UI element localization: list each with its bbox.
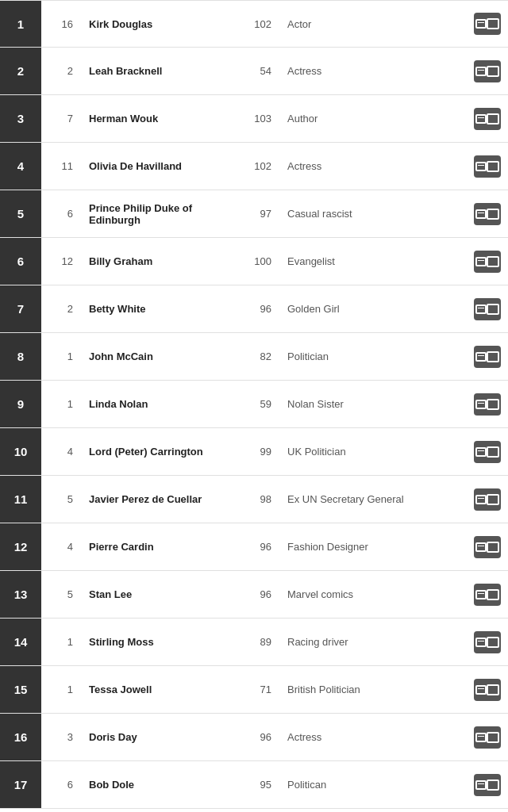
name-cell: Linda Nolan <box>81 392 240 416</box>
desc-cell: Nolan Sister <box>279 392 467 416</box>
main-table: 1 16 Kirk Douglas 102 Actor 2 2 Leah Bra… <box>0 0 508 809</box>
rank-cell: 8 <box>0 333 41 380</box>
edit-icon <box>475 67 487 76</box>
table-row: 12 4 Pierre Cardin 96 Fashion Designer <box>0 523 508 571</box>
table-row: 1 16 Kirk Douglas 102 Actor <box>0 0 508 48</box>
rank-cell: 11 <box>0 476 41 523</box>
num-cell: 11 <box>41 160 81 172</box>
table-row: 13 5 Stan Lee 96 Marvel comics <box>0 571 508 619</box>
desc-cell: Actress <box>279 154 467 178</box>
rank-cell: 15 <box>0 666 41 713</box>
name-cell: John McCain <box>81 344 240 369</box>
action-cell <box>467 295 508 324</box>
rank-cell: 6 <box>0 238 41 285</box>
edit-button[interactable] <box>474 584 501 606</box>
name-cell: Kirk Douglas <box>81 12 240 36</box>
edit-icon <box>475 733 487 742</box>
rank-cell: 1 <box>0 1 41 47</box>
table-row: 14 1 Stirling Moss 89 Racing driver <box>0 619 508 666</box>
rank-cell: 16 <box>0 714 41 760</box>
edit-button[interactable] <box>474 441 501 463</box>
action-cell <box>467 200 508 228</box>
num-cell: 4 <box>41 541 81 553</box>
num-cell: 4 <box>41 446 81 458</box>
action-cell <box>467 723 508 752</box>
name-cell: Javier Perez de Cuellar <box>81 487 240 511</box>
edit-button[interactable] <box>474 60 501 82</box>
age-cell: 103 <box>240 113 279 124</box>
action-cell <box>467 771 508 799</box>
rank-cell: 9 <box>0 381 41 427</box>
edit-icon <box>475 685 487 695</box>
age-cell: 96 <box>240 731 279 743</box>
edit-button[interactable] <box>474 155 501 178</box>
action-cell <box>467 485 508 514</box>
table-row: 2 2 Leah Bracknell 54 Actress <box>0 48 508 95</box>
num-cell: 6 <box>41 779 81 791</box>
edit-button[interactable] <box>474 251 501 273</box>
num-cell: 5 <box>41 588 81 600</box>
table-row: 16 3 Doris Day 96 Actress <box>0 714 508 761</box>
table-row: 11 5 Javier Perez de Cuellar 98 Ex UN Se… <box>0 476 508 523</box>
age-cell: 96 <box>240 588 279 600</box>
desc-cell: Fashion Designer <box>279 534 467 559</box>
num-cell: 3 <box>41 731 81 743</box>
edit-button[interactable] <box>474 774 501 796</box>
edit-button[interactable] <box>474 393 501 416</box>
action-cell <box>467 57 508 86</box>
age-cell: 102 <box>240 18 279 30</box>
num-cell: 2 <box>41 303 81 315</box>
age-cell: 54 <box>240 65 279 77</box>
edit-button[interactable] <box>474 631 501 653</box>
edit-button[interactable] <box>474 346 501 368</box>
action-cell <box>467 105 508 133</box>
edit-button[interactable] <box>474 726 501 749</box>
edit-icon <box>475 780 487 790</box>
edit-button[interactable] <box>474 536 501 558</box>
name-cell: Herman Wouk <box>81 106 240 131</box>
edit-icon <box>475 209 487 219</box>
age-cell: 96 <box>240 541 279 553</box>
edit-button[interactable] <box>474 108 501 130</box>
edit-button[interactable] <box>474 13 501 35</box>
num-cell: 1 <box>41 398 81 410</box>
rank-cell: 10 <box>0 428 41 475</box>
age-cell: 97 <box>240 208 279 220</box>
edit-icon <box>475 19 487 29</box>
desc-cell: Actress <box>279 725 467 749</box>
name-cell: Stirling Moss <box>81 630 240 654</box>
desc-cell: Racing driver <box>279 630 467 654</box>
rank-cell: 4 <box>0 143 41 190</box>
name-cell: Doris Day <box>81 725 240 749</box>
age-cell: 95 <box>240 779 279 791</box>
edit-button[interactable] <box>474 298 501 320</box>
desc-cell: Marvel comics <box>279 582 467 607</box>
edit-button[interactable] <box>474 203 501 225</box>
age-cell: 82 <box>240 350 279 362</box>
age-cell: 89 <box>240 636 279 648</box>
desc-cell: Golden Girl <box>279 297 467 321</box>
desc-cell: Ex UN Secretary General <box>279 487 467 511</box>
edit-button[interactable] <box>474 488 501 511</box>
edit-icon <box>475 162 487 171</box>
edit-icon <box>475 447 487 457</box>
age-cell: 96 <box>240 303 279 315</box>
rank-cell: 17 <box>0 761 41 808</box>
table-row: 10 4 Lord (Peter) Carrington 99 UK Polit… <box>0 428 508 476</box>
desc-cell: Politician <box>279 344 467 369</box>
age-cell: 102 <box>240 160 279 172</box>
table-row: 7 2 Betty White 96 Golden Girl <box>0 285 508 333</box>
edit-button[interactable] <box>474 679 501 701</box>
edit-icon <box>475 495 487 504</box>
desc-cell: Actress <box>279 59 467 83</box>
action-cell <box>467 247 508 276</box>
num-cell: 1 <box>41 684 81 695</box>
num-cell: 12 <box>41 255 81 267</box>
action-cell <box>467 580 508 609</box>
action-cell <box>467 438 508 466</box>
table-row: 5 6 Prince Philip Duke of Edinburgh 97 C… <box>0 190 508 238</box>
name-cell: Betty White <box>81 297 240 321</box>
edit-icon <box>475 352 487 362</box>
action-cell <box>467 10 508 38</box>
name-cell: Stan Lee <box>81 582 240 607</box>
